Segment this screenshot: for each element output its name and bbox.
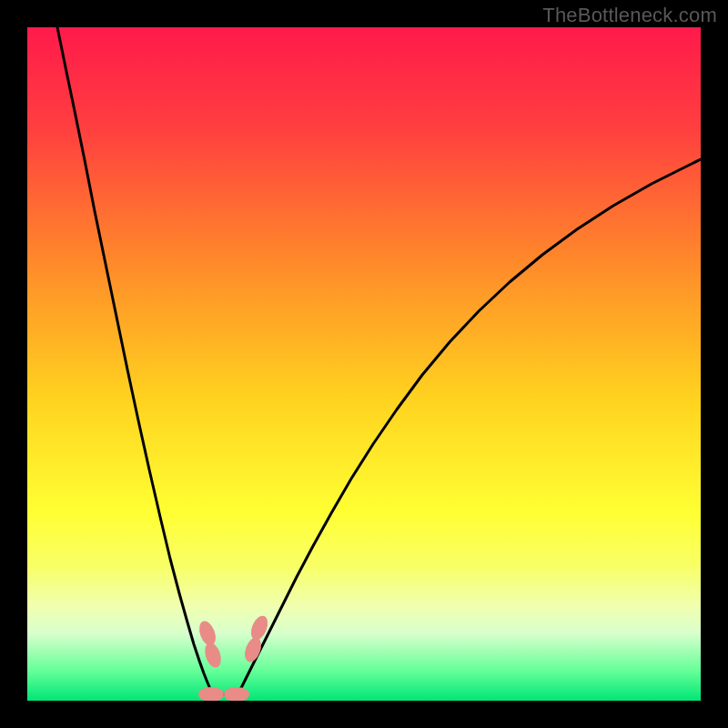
plot-area [27,27,701,701]
chart-svg [27,27,701,701]
watermark-text: TheBottleneck.com [542,4,717,27]
chart-frame: TheBottleneck.com [0,0,728,728]
gradient-background [27,27,701,701]
